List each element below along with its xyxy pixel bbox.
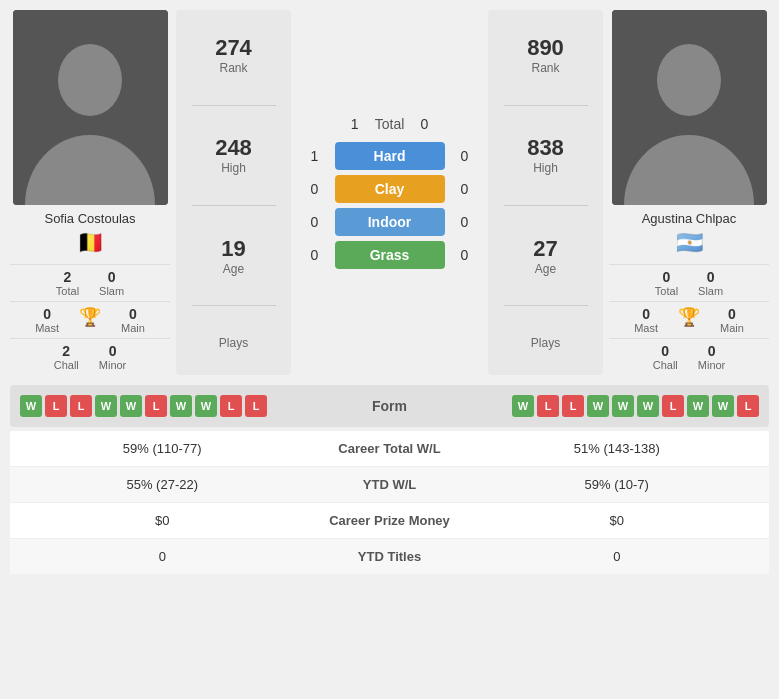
hard-left-score: 1	[305, 148, 325, 164]
left-high-value: 248	[215, 135, 252, 161]
total-row: 1 Total 0	[345, 116, 435, 132]
form-badge-w: W	[712, 395, 734, 417]
left-age-value: 19	[221, 236, 245, 262]
form-badge-w: W	[687, 395, 709, 417]
right-main-value: 0	[728, 306, 736, 322]
left-player-flag: 🇧🇪	[77, 230, 104, 256]
left-rank-label: Rank	[219, 61, 247, 75]
right-age-value: 27	[533, 236, 557, 262]
right-age-stat: 27 Age	[493, 236, 598, 276]
form-section: WLLWWLWWLL Form WLLWWWLWWL	[10, 385, 769, 427]
right-divider-3	[504, 305, 588, 306]
svg-point-1	[58, 44, 122, 116]
form-badge-l: L	[662, 395, 684, 417]
form-badge-w: W	[512, 395, 534, 417]
titles-row: 0 YTD Titles 0	[10, 539, 769, 574]
form-label: Form	[372, 398, 407, 414]
left-main-stat: 0 Main	[121, 306, 145, 334]
left-stats-card: 274 Rank 248 High 19 Age Plays	[176, 10, 291, 375]
left-career-wl: 59% (110-77)	[25, 441, 300, 456]
left-mast-value: 0	[43, 306, 51, 322]
left-total-stat: 2 Total	[56, 269, 79, 297]
right-plays-stat: Plays	[493, 336, 598, 350]
right-minor-label: Minor	[698, 359, 726, 371]
left-stat-row-2: 0 Mast 🏆 0 Main	[10, 301, 170, 338]
left-minor-label: Minor	[99, 359, 127, 371]
right-stats-card: 890 Rank 838 High 27 Age Plays	[488, 10, 603, 375]
left-player-card: Sofia Costoulas 🇧🇪 2 Total 0 Slam 0	[10, 10, 170, 375]
right-chall-value: 0	[661, 343, 669, 359]
left-ytd-wl: 55% (27-22)	[25, 477, 300, 492]
stats-table: 59% (110-77) Career Total W/L 51% (143-1…	[10, 431, 769, 574]
left-mast-label: Mast	[35, 322, 59, 334]
right-chall-label: Chall	[653, 359, 678, 371]
indoor-button[interactable]: Indoor	[335, 208, 445, 236]
form-badge-w: W	[637, 395, 659, 417]
right-divider-2	[504, 205, 588, 206]
total-right-score: 0	[414, 116, 434, 132]
form-badge-w: W	[587, 395, 609, 417]
left-divider-3	[192, 305, 276, 306]
left-minor-value: 0	[109, 343, 117, 359]
left-rank-stat: 274 Rank	[181, 35, 286, 75]
right-player-name: Agustina Chlpac	[642, 211, 737, 226]
hard-button[interactable]: Hard	[335, 142, 445, 170]
form-badge-l: L	[737, 395, 759, 417]
right-career-wl: 51% (143-138)	[480, 441, 755, 456]
left-slam-stat: 0 Slam	[99, 269, 124, 297]
indoor-right-score: 0	[455, 214, 475, 230]
svg-point-4	[657, 44, 721, 116]
prize-row: $0 Career Prize Money $0	[10, 503, 769, 539]
right-minor-stat: 0 Minor	[698, 343, 726, 371]
left-divider-1	[192, 105, 276, 106]
right-total-label: Total	[655, 285, 678, 297]
right-titles: 0	[480, 549, 755, 564]
form-badge-l: L	[70, 395, 92, 417]
hard-row: 1 Hard 0	[297, 142, 482, 170]
left-plays-stat: Plays	[181, 336, 286, 350]
right-rank-label: Rank	[531, 61, 559, 75]
hard-right-score: 0	[455, 148, 475, 164]
career-wl-row: 59% (110-77) Career Total W/L 51% (143-1…	[10, 431, 769, 467]
career-wl-label: Career Total W/L	[300, 441, 480, 456]
right-slam-stat: 0 Slam	[698, 269, 723, 297]
left-prize: $0	[25, 513, 300, 528]
left-slam-label: Slam	[99, 285, 124, 297]
clay-button[interactable]: Clay	[335, 175, 445, 203]
left-titles: 0	[25, 549, 300, 564]
form-row: WLLWWLWWLL Form WLLWWWLWWL	[20, 395, 759, 417]
grass-left-score: 0	[305, 247, 325, 263]
form-badge-w: W	[120, 395, 142, 417]
left-player-stats: 2 Total 0 Slam 0 Mast 🏆	[10, 264, 170, 375]
right-mast-value: 0	[642, 306, 650, 322]
form-badge-w: W	[195, 395, 217, 417]
clay-right-score: 0	[455, 181, 475, 197]
left-trophy-icon: 🏆	[79, 306, 101, 328]
right-ytd-wl: 59% (10-7)	[480, 477, 755, 492]
right-player-card: Agustina Chlpac 🇦🇷 0 Total 0 Slam 0	[609, 10, 769, 375]
right-rank-value: 890	[527, 35, 564, 61]
right-player-flag: 🇦🇷	[676, 230, 703, 256]
total-left-score: 1	[345, 116, 365, 132]
right-minor-value: 0	[708, 343, 716, 359]
form-badge-w: W	[612, 395, 634, 417]
right-rank-stat: 890 Rank	[493, 35, 598, 75]
left-mast-stat: 0 Mast	[35, 306, 59, 334]
grass-row: 0 Grass 0	[297, 241, 482, 269]
right-stat-row-1: 0 Total 0 Slam	[609, 264, 769, 301]
grass-button[interactable]: Grass	[335, 241, 445, 269]
right-player-stats: 0 Total 0 Slam 0 Mast 🏆	[609, 264, 769, 375]
right-plays-label: Plays	[531, 336, 560, 350]
left-trophy-stat: 🏆	[79, 306, 101, 334]
main-container: Sofia Costoulas 🇧🇪 2 Total 0 Slam 0	[0, 0, 779, 574]
right-trophy-stat: 🏆	[678, 306, 700, 334]
left-rank-value: 274	[215, 35, 252, 61]
right-prize: $0	[480, 513, 755, 528]
left-chall-label: Chall	[54, 359, 79, 371]
left-slam-value: 0	[108, 269, 116, 285]
clay-row: 0 Clay 0	[297, 175, 482, 203]
left-total-label: Total	[56, 285, 79, 297]
left-stat-row-3: 2 Chall 0 Minor	[10, 338, 170, 375]
right-chall-stat: 0 Chall	[653, 343, 678, 371]
left-stat-row-1: 2 Total 0 Slam	[10, 264, 170, 301]
